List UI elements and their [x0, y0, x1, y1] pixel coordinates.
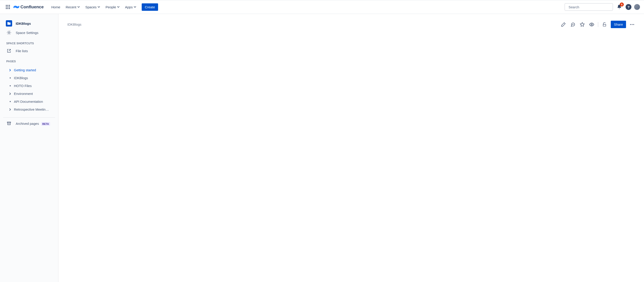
- space-settings-label: Space Settings: [16, 31, 38, 35]
- nav-apps[interactable]: Apps: [123, 3, 138, 11]
- archive-icon: [7, 121, 11, 126]
- notifications-button[interactable]: 6: [616, 3, 623, 11]
- page-tree-label: Retrospective Meetin…: [14, 107, 49, 111]
- more-actions-button[interactable]: [629, 22, 635, 27]
- user-avatar[interactable]: [634, 4, 640, 10]
- action-divider: [598, 22, 598, 27]
- nav-home[interactable]: Home: [49, 3, 62, 11]
- chevron-down-icon: [117, 6, 120, 8]
- chevron-right-icon: [9, 93, 11, 95]
- sidebar-space-settings[interactable]: Space Settings: [2, 28, 56, 37]
- sidebar-archived-pages[interactable]: Archived pages BETA: [2, 119, 56, 128]
- dot-icon: [633, 24, 634, 25]
- sidebar-section-pages: PAGES: [0, 55, 58, 65]
- page-bullet-wrap: [8, 85, 12, 86]
- edit-button[interactable]: [560, 21, 566, 28]
- space-icon: [6, 20, 12, 27]
- chevron-down-icon: [77, 6, 80, 8]
- external-link-icon: [7, 49, 11, 53]
- page-tree-item[interactable]: HOTO Files: [2, 82, 56, 90]
- page-toggle[interactable]: [8, 108, 12, 111]
- page-tree-label: Getting started: [14, 68, 36, 72]
- nav-spaces-label: Spaces: [85, 5, 96, 9]
- page-toggle[interactable]: [8, 93, 12, 95]
- svg-rect-4: [8, 7, 8, 8]
- share-button[interactable]: Share: [611, 21, 626, 28]
- archived-pages-label: Archived pages BETA: [16, 122, 50, 125]
- content-actions: Share: [560, 21, 635, 28]
- svg-point-12: [591, 24, 592, 25]
- page-tree-item[interactable]: Environment: [2, 90, 56, 98]
- svg-rect-1: [8, 5, 8, 6]
- top-nav: Home Recent Spaces People Apps: [49, 3, 138, 11]
- sidebar: IDKBlogs Space Settings SPACE SHORTCUTS …: [0, 14, 58, 282]
- svg-rect-8: [9, 8, 10, 9]
- svg-rect-6: [6, 8, 7, 9]
- confluence-logo-icon: [14, 4, 19, 10]
- bullet-icon: [10, 101, 11, 102]
- search-input[interactable]: [568, 5, 611, 9]
- nav-recent[interactable]: Recent: [63, 3, 82, 11]
- content-area: IDKBlogs Share: [58, 14, 644, 282]
- dot-icon: [630, 24, 631, 25]
- chevron-down-icon: [98, 6, 100, 8]
- top-header: Confluence Home Recent Spaces People App…: [0, 0, 644, 14]
- app-switcher-icon: [6, 5, 10, 9]
- page-tree-item[interactable]: Retrospective Meetin…: [2, 105, 56, 113]
- page-tree-item[interactable]: IDKBlogs: [2, 74, 56, 82]
- breadcrumb[interactable]: IDKBlogs: [67, 23, 82, 26]
- space-title: IDKBlogs: [16, 22, 31, 25]
- nav-spaces[interactable]: Spaces: [83, 3, 102, 11]
- page-tree: Getting started IDKBlogs HOTO Files Envi…: [0, 66, 58, 113]
- comment-icon: [570, 22, 575, 27]
- header-right: 6 ?: [564, 3, 640, 11]
- comment-button[interactable]: [570, 21, 576, 28]
- help-button[interactable]: ?: [626, 4, 632, 10]
- page-tree-item[interactable]: Getting started: [2, 66, 56, 74]
- search-box[interactable]: [564, 3, 613, 11]
- nav-home-label: Home: [51, 5, 60, 9]
- sidebar-divider: [3, 117, 55, 118]
- nav-recent-label: Recent: [66, 5, 76, 9]
- page-tree-label: IDKBlogs: [14, 76, 28, 80]
- bullet-icon: [10, 77, 11, 78]
- page-tree-item[interactable]: API Documentation: [2, 98, 56, 105]
- confluence-logo-text: Confluence: [20, 5, 44, 10]
- sidebar-shortcut-file-lists[interactable]: File lists: [2, 47, 56, 55]
- bullet-icon: [10, 85, 11, 86]
- chevron-right-icon: [9, 69, 11, 71]
- shortcut-file-lists-label: File lists: [16, 49, 28, 53]
- pencil-icon: [561, 22, 566, 27]
- svg-rect-0: [6, 5, 7, 6]
- svg-rect-2: [9, 5, 10, 6]
- svg-rect-3: [6, 7, 7, 8]
- notifications-badge: 6: [620, 3, 624, 7]
- app-switcher-button[interactable]: [4, 3, 12, 11]
- dot-icon: [632, 24, 632, 25]
- confluence-logo[interactable]: Confluence: [14, 4, 44, 10]
- page-tree-label: API Documentation: [14, 100, 43, 103]
- page-toggle[interactable]: [8, 69, 12, 71]
- page-tree-label: HOTO Files: [14, 84, 32, 88]
- folder-icon: [7, 22, 11, 25]
- sidebar-section-shortcuts: SPACE SHORTCUTS: [0, 37, 58, 47]
- svg-rect-5: [9, 7, 10, 8]
- watch-button[interactable]: [588, 21, 595, 28]
- chevron-right-icon: [9, 108, 11, 111]
- beta-badge: BETA: [41, 122, 50, 126]
- main-layout: IDKBlogs Space Settings SPACE SHORTCUTS …: [0, 14, 644, 282]
- chevron-down-icon: [134, 6, 136, 8]
- create-button[interactable]: Create: [142, 3, 158, 11]
- gear-icon: [6, 30, 12, 35]
- star-button[interactable]: [579, 21, 586, 28]
- sidebar-space-header[interactable]: IDKBlogs: [2, 19, 56, 28]
- eye-icon: [589, 22, 594, 27]
- restrictions-button[interactable]: [601, 21, 608, 28]
- archived-text: Archived pages: [16, 122, 39, 125]
- page-bullet-wrap: [8, 77, 12, 78]
- nav-people[interactable]: People: [103, 3, 122, 11]
- svg-rect-7: [8, 8, 8, 9]
- page-bullet-wrap: [8, 101, 12, 102]
- nav-people-label: People: [106, 5, 116, 9]
- star-icon: [580, 22, 585, 27]
